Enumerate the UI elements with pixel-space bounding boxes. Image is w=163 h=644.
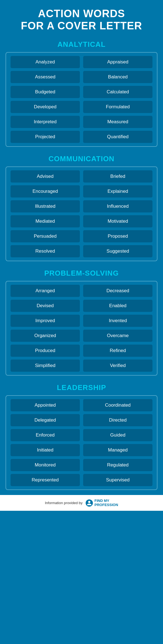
section-title-leadership: LEADERSHIP	[6, 383, 157, 392]
logo: FIND MY PROFESSION	[85, 499, 118, 507]
word-cell: Persuaded	[11, 230, 80, 242]
word-cell: Coordinated	[83, 399, 152, 411]
word-cell: Enabled	[83, 300, 152, 312]
section-problem-solving: PROBLEM-SOLVINGArrangedDecreasedDevisedE…	[0, 266, 163, 381]
word-cell: Produced	[11, 345, 80, 357]
word-cell: Decreased	[83, 285, 152, 297]
word-cell: Mediated	[11, 215, 80, 227]
word-cell: Arranged	[11, 285, 80, 297]
word-row: ArrangedDecreased	[11, 285, 152, 297]
word-cell: Quantified	[83, 131, 152, 143]
word-row: DevisedEnabled	[11, 300, 152, 312]
section-box-problem-solving: ArrangedDecreasedDevisedEnabledImprovedI…	[6, 281, 157, 376]
word-row: PersuadedProposed	[11, 230, 152, 242]
word-row: SimplifiedVerified	[11, 360, 152, 372]
section-box-communication: AdvisedBriefedEncouragedExplainedIllustr…	[6, 166, 157, 261]
word-cell: Encouraged	[11, 185, 80, 197]
word-row: RepresentedSupervised	[11, 474, 152, 486]
word-row: ProducedRefined	[11, 345, 152, 357]
word-row: MediatedMotivated	[11, 215, 152, 227]
word-cell: Explained	[83, 185, 152, 197]
word-cell: Analyzed	[11, 56, 80, 68]
section-leadership: LEADERSHIPAppointedCoordinatedDelegatedD…	[0, 381, 163, 495]
word-row: IllustratedInfluenced	[11, 200, 152, 212]
word-cell: Refined	[83, 345, 152, 357]
section-box-leadership: AppointedCoordinatedDelegatedDirectedEnf…	[6, 395, 157, 490]
word-cell: Verified	[83, 360, 152, 372]
word-cell: Appraised	[83, 56, 152, 68]
section-analytical: ANALYTICALAnalyzedAppraisedAssessedBalan…	[0, 37, 163, 152]
word-cell: Suggested	[83, 245, 152, 257]
word-cell: Overcame	[83, 330, 152, 342]
page-header: ACTION WORDS FOR A COVER LETTER	[0, 0, 163, 37]
word-cell: Formulated	[83, 101, 152, 113]
word-cell: Managed	[83, 444, 152, 456]
word-cell: Motivated	[83, 215, 152, 227]
word-cell: Advised	[11, 170, 80, 183]
word-cell: Monitored	[11, 459, 80, 471]
word-cell: Regulated	[83, 459, 152, 471]
word-cell: Balanced	[83, 71, 152, 83]
word-cell: Interpreted	[11, 116, 80, 128]
word-cell: Proposed	[83, 230, 152, 242]
word-row: InterpretedMeasured	[11, 116, 152, 128]
word-row: AssessedBalanced	[11, 71, 152, 83]
word-cell: Illustrated	[11, 200, 80, 212]
word-row: AdvisedBriefed	[11, 170, 152, 183]
logo-text: FIND MY PROFESSION	[95, 499, 118, 507]
page-title: ACTION WORDS FOR A COVER LETTER	[6, 8, 157, 32]
word-cell: Invented	[83, 315, 152, 327]
word-cell: Calculated	[83, 86, 152, 98]
word-cell: Delegated	[11, 414, 80, 426]
logo-icon	[85, 499, 93, 507]
word-cell: Supervised	[83, 474, 152, 486]
section-communication: COMMUNICATIONAdvisedBriefedEncouragedExp…	[0, 152, 163, 266]
word-row: EnforcedGuided	[11, 429, 152, 441]
word-cell: Developed	[11, 101, 80, 113]
word-cell: Guided	[83, 429, 152, 441]
word-cell: Initiated	[11, 444, 80, 456]
word-cell: Devised	[11, 300, 80, 312]
footer: Information provided by FIND MY PROFESSI…	[0, 495, 163, 511]
section-title-problem-solving: PROBLEM-SOLVING	[6, 269, 157, 278]
word-cell: Influenced	[83, 200, 152, 212]
word-row: InitiatedManaged	[11, 444, 152, 456]
word-cell: Assessed	[11, 71, 80, 83]
word-cell: Briefed	[83, 170, 152, 183]
word-cell: Budgeted	[11, 86, 80, 98]
word-row: AppointedCoordinated	[11, 399, 152, 411]
word-cell: Resolved	[11, 245, 80, 257]
word-cell: Measured	[83, 116, 152, 128]
word-cell: Enforced	[11, 429, 80, 441]
section-title-analytical: ANALYTICAL	[6, 40, 157, 49]
word-cell: Organized	[11, 330, 80, 342]
word-row: ProjectedQuantified	[11, 131, 152, 143]
word-cell: Represented	[11, 474, 80, 486]
word-row: DevelopedFormulated	[11, 101, 152, 113]
word-row: OrganizedOvercame	[11, 330, 152, 342]
word-row: EncouragedExplained	[11, 185, 152, 197]
word-cell: Simplified	[11, 360, 80, 372]
footer-text: Information provided by	[45, 501, 83, 505]
svg-point-1	[88, 501, 90, 503]
word-cell: Appointed	[11, 399, 80, 411]
word-row: DelegatedDirected	[11, 414, 152, 426]
word-cell: Projected	[11, 131, 80, 143]
section-title-communication: COMMUNICATION	[6, 155, 157, 163]
word-row: MonitoredRegulated	[11, 459, 152, 471]
word-row: BudgetedCalculated	[11, 86, 152, 98]
word-cell: Improved	[11, 315, 80, 327]
word-cell: Directed	[83, 414, 152, 426]
word-row: AnalyzedAppraised	[11, 56, 152, 68]
word-row: ImprovedInvented	[11, 315, 152, 327]
section-box-analytical: AnalyzedAppraisedAssessedBalancedBudgete…	[6, 52, 157, 147]
word-row: ResolvedSuggested	[11, 245, 152, 257]
